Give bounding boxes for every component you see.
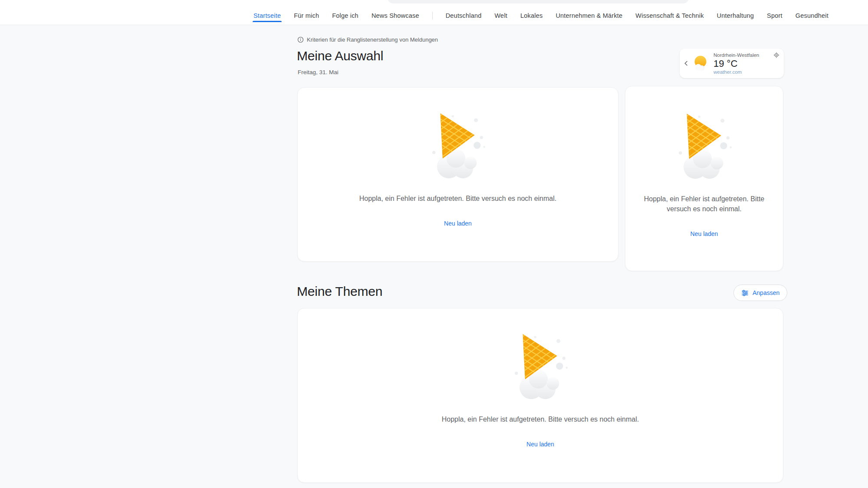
error-illustration-ice-cream-icon bbox=[674, 109, 735, 183]
info-icon bbox=[297, 36, 304, 43]
error-card-selection-side: Hoppla, ein Fehler ist aufgetreten. Bitt… bbox=[625, 86, 783, 271]
weather-temperature: 19 °C bbox=[713, 58, 779, 69]
ranking-criteria-link[interactable]: Kriterien für die Ranglistenerstellung v… bbox=[297, 36, 438, 43]
error-message: Hoppla, ein Fehler ist aufgetreten. Bitt… bbox=[359, 193, 556, 203]
tune-icon bbox=[741, 289, 749, 297]
tab-unterhaltung[interactable]: Unterhaltung bbox=[717, 12, 754, 19]
tab-lokales[interactable]: Lokales bbox=[520, 12, 542, 19]
ranking-criteria-label: Kriterien für die Ranglistenerstellung v… bbox=[307, 36, 438, 43]
tab-folge-ich[interactable]: Folge ich bbox=[332, 12, 358, 19]
tab-fuer-mich[interactable]: Für mich bbox=[294, 12, 319, 19]
section-tabs: Startseite Für mich Folge ich News Showc… bbox=[253, 0, 829, 25]
page-title-meine-auswahl: Meine Auswahl bbox=[297, 49, 383, 63]
tab-wissenschaft-technik[interactable]: Wissenschaft & Technik bbox=[635, 12, 704, 19]
error-illustration-ice-cream-icon bbox=[510, 329, 571, 404]
reload-button[interactable]: Neu laden bbox=[690, 230, 718, 237]
weather-source-link[interactable]: weather.com bbox=[713, 69, 779, 75]
error-illustration-ice-cream-icon bbox=[427, 108, 489, 183]
customize-button-label: Anpassen bbox=[753, 289, 779, 296]
reload-button[interactable]: Neu laden bbox=[526, 441, 554, 448]
tab-unternehmen-maerkte[interactable]: Unternehmen & Märkte bbox=[556, 12, 622, 19]
weather-info: Nordrhein-Westfalen 19 °C weather.com bbox=[713, 52, 779, 74]
current-date: Freitag, 31. Mai bbox=[298, 69, 339, 75]
tab-welt[interactable]: Welt bbox=[495, 12, 508, 19]
error-card-selection-main: Hoppla, ein Fehler ist aufgetreten. Bitt… bbox=[297, 87, 618, 262]
top-navigation-bar: Startseite Für mich Folge ich News Showc… bbox=[0, 0, 868, 25]
my-location-icon[interactable] bbox=[773, 52, 779, 58]
nav-divider bbox=[432, 12, 433, 20]
tab-startseite[interactable]: Startseite bbox=[253, 12, 281, 19]
page-title-meine-themen: Meine Themen bbox=[297, 284, 382, 299]
customize-button[interactable]: Anpassen bbox=[733, 285, 787, 301]
reload-button[interactable]: Neu laden bbox=[444, 220, 472, 227]
error-card-topics: Hoppla, ein Fehler ist aufgetreten. Bitt… bbox=[297, 308, 783, 483]
chevron-left-icon[interactable] bbox=[682, 59, 690, 67]
tab-deutschland[interactable]: Deutschland bbox=[446, 12, 482, 19]
tab-sport[interactable]: Sport bbox=[767, 12, 783, 19]
weather-widget[interactable]: Nordrhein-Westfalen 19 °C weather.com bbox=[680, 49, 784, 78]
tab-gesundheit[interactable]: Gesundheit bbox=[796, 12, 829, 19]
error-message: Hoppla, ein Fehler ist aufgetreten. Bitt… bbox=[636, 194, 773, 214]
weather-location: Nordrhein-Westfalen bbox=[713, 52, 759, 58]
tab-news-showcase[interactable]: News Showcase bbox=[372, 12, 419, 19]
partly-sunny-icon bbox=[691, 53, 711, 73]
error-message: Hoppla, ein Fehler ist aufgetreten. Bitt… bbox=[442, 414, 639, 424]
